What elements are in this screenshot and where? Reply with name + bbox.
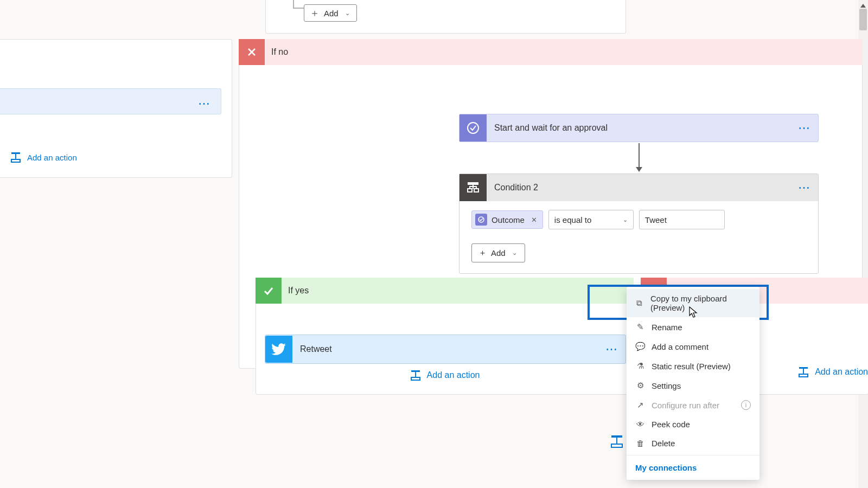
flask-icon: ⚗ [635,361,645,371]
if-no-body: Start and wait for an approval ⋯ Conditi… [239,65,863,369]
eye-icon: 👁 [635,420,645,429]
svg-rect-5 [468,189,472,192]
operator-select[interactable]: is equal to ⌄ [548,210,634,229]
svg-rect-0 [11,152,20,154]
action-context-menu: ⧉ Copy to my clipboard (Preview) ✎ Renam… [627,287,760,480]
condition-token[interactable]: Outcome ✕ [471,210,543,229]
menu-peek-label: Peek code [652,420,690,429]
svg-rect-1 [15,154,16,159]
condition-icon [459,174,487,201]
add-action-label: Add an action [27,153,77,162]
new-step-icon[interactable] [609,434,624,449]
condition-title: Condition 2 [487,183,791,192]
x-icon [239,39,265,65]
menu-copy-label: Copy to my clipboard (Preview) [650,294,751,312]
menu-comment-label: Add a comment [652,342,709,351]
condition-card[interactable]: Condition 2 ⋯ Outcome ✕ is equal to ⌄ [459,174,819,274]
svg-rect-16 [611,444,622,447]
scroll-up-icon[interactable] [860,2,866,8]
gear-icon: ⚙ [635,381,645,390]
add-action-icon [797,366,809,378]
check-icon [256,278,282,304]
svg-rect-8 [411,370,420,372]
svg-rect-4 [468,182,478,185]
if-yes-body: Retweet ⋯ Add an action [256,304,634,395]
add-action-label: Add an action [815,367,868,377]
add-action-link-no[interactable]: Add an action [797,366,868,378]
add-action-icon [410,369,422,381]
add-action-link[interactable]: Add an action [10,151,77,163]
svg-point-3 [468,123,478,133]
retweet-title: Retweet [292,344,598,354]
menu-configure-run-after: ↗ Configure run after i [627,395,760,415]
chevron-down-icon: ⌄ [512,249,517,256]
plus-icon: ＋ [478,248,487,258]
if-yes-label: If yes [282,286,309,296]
menu-rename[interactable]: ✎ Rename [627,317,760,337]
menu-my-connections[interactable]: My connections [627,458,760,478]
plus-icon: ＋ [310,8,320,18]
info-icon[interactable]: i [741,400,751,410]
add-label: Add [324,9,339,18]
svg-rect-14 [611,435,622,438]
if-no-header[interactable]: If no [239,39,863,65]
svg-rect-11 [799,367,808,369]
svg-rect-9 [415,372,416,377]
add-action-label: Add an action [427,370,480,380]
menu-add-comment[interactable]: 💬 Add a comment [627,337,760,356]
branch-icon: ↗ [635,400,645,410]
menu-static-result[interactable]: ⚗ Static result (Preview) [627,356,760,376]
svg-rect-2 [11,159,20,162]
menu-delete-label: Delete [652,439,675,448]
left-branch-panel: ⋯ Add an action [0,39,232,178]
add-action-icon [10,151,22,163]
chevron-down-icon: ⌄ [345,10,350,17]
approval-icon [459,114,487,142]
menu-settings[interactable]: ⚙ Settings [627,376,760,395]
operator-label: is equal to [554,215,591,224]
approval-title: Start and wait for an approval [487,123,791,133]
menu-connections-label: My connections [635,463,697,472]
comment-icon: 💬 [635,342,645,351]
svg-rect-6 [474,189,478,192]
menu-separator [627,455,760,455]
if-yes-header[interactable]: If yes [256,278,634,304]
approval-more-button[interactable]: ⋯ [791,121,818,135]
menu-peek-code[interactable]: 👁 Peek code [627,415,760,434]
svg-rect-12 [803,369,804,374]
menu-delete[interactable]: 🗑 Delete [627,434,760,453]
menu-copy-clipboard[interactable]: ⧉ Copy to my clipboard (Preview) [627,289,760,317]
twitter-icon [265,336,292,363]
flow-arrow-down [639,143,640,171]
add-action-link-yes[interactable]: Add an action [410,369,480,381]
trash-icon: 🗑 [635,439,645,448]
svg-rect-15 [616,438,617,444]
retweet-more-button[interactable]: ⋯ [598,342,626,356]
add-condition-button[interactable]: ＋ Add ⌄ [304,4,357,22]
svg-rect-10 [411,377,420,380]
more-menu-button[interactable]: ⋯ [198,97,211,111]
condition-more-button[interactable]: ⋯ [791,181,818,195]
pencil-icon: ✎ [635,322,645,332]
menu-static-label: Static result (Preview) [652,362,731,371]
retweet-action-card[interactable]: Retweet ⋯ [265,335,626,364]
condition-value-input[interactable] [639,210,725,229]
condition-body: Outcome ✕ is equal to ⌄ ＋ Add ⌄ [459,201,818,273]
top-action-panel: ＋ Add ⌄ [265,0,626,34]
nested-if-yes-branch: If yes Retweet ⋯ Add an action [256,278,634,395]
if-no-label: If no [265,47,288,57]
add-row-label: Add [491,248,506,258]
add-row-button[interactable]: ＋ Add ⌄ [471,243,525,262]
scroll-thumb[interactable] [859,9,867,30]
svg-rect-13 [799,374,808,377]
menu-rename-label: Rename [652,323,682,332]
if-no-branch: If no Start and wait for an approval ⋯ C… [239,39,863,369]
copy-icon: ⧉ [635,298,644,308]
token-remove-icon[interactable]: ✕ [531,216,537,224]
left-action-card[interactable]: ⋯ [0,88,221,114]
menu-configure-label: Configure run after [652,401,719,410]
token-label: Outcome [492,215,525,224]
approval-action-card[interactable]: Start and wait for an approval ⋯ [459,114,819,142]
menu-settings-label: Settings [652,381,681,390]
chevron-down-icon: ⌄ [623,216,628,223]
